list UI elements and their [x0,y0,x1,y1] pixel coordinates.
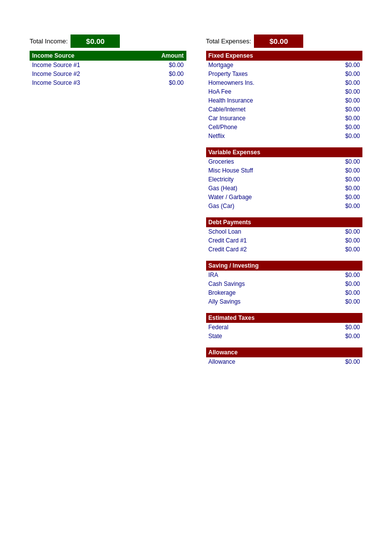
expense-section-header: Fixed Expenses [206,51,363,61]
expense-row-amount: $0.00 [318,184,362,193]
expense-row-amount: $0.00 [319,123,362,132]
income-total-value: $0.00 [71,35,120,48]
expense-row-amount: $0.00 [319,61,362,69]
expense-row: Credit Card #2 $0.00 [206,245,363,254]
expense-row-label: Allowance [206,357,303,366]
income-row: Income Source #2 $0.00 [30,69,186,78]
expense-row: HoA Fee $0.00 [206,87,363,96]
expense-row-label: Electricity [206,175,318,184]
expense-row-amount: $0.00 [319,78,362,87]
expense-row: Allowance $0.00 [206,357,363,366]
expense-section-header: Variable Expenses [206,147,363,157]
expense-row-amount: $0.00 [318,157,362,166]
expense-row-amount: $0.00 [312,288,362,297]
expense-row: IRA $0.00 [206,271,363,279]
expenses-sections: Fixed Expenses Mortgage $0.00 Property T… [206,51,363,366]
income-row-label: Income Source #2 [30,69,133,78]
expense-row: Brokerage $0.00 [206,288,363,297]
expense-row-amount: $0.00 [319,96,362,105]
expense-row-amount: $0.00 [319,105,362,114]
income-rows: Income Source #1 $0.00 Income Source #2 … [30,61,186,87]
expense-row: Federal $0.00 [206,323,363,332]
expense-row: Electricity $0.00 [206,175,363,184]
expenses-panel: Total Expenses: $0.00 Fixed Expenses Mor… [206,35,363,373]
expense-row: Credit Card #1 $0.00 [206,236,363,245]
expense-row-label: Misc House Stuff [206,166,318,175]
expense-row: School Loan $0.00 [206,227,363,236]
expense-row-amount: $0.00 [319,69,362,78]
income-col-source: Income Source [30,51,133,61]
expenses-total-row: Total Expenses: $0.00 [206,35,363,48]
expense-row-label: Cash Savings [206,279,312,288]
expense-row-label: Property Taxes [206,69,319,78]
income-col-amount: Amount [133,51,186,61]
expense-section-table: Mortgage $0.00 Property Taxes $0.00 Home… [206,61,363,140]
expense-section-table: Federal $0.00 State $0.00 [206,323,363,341]
expense-row: Car Insurance $0.00 [206,114,363,123]
income-row-amount: $0.00 [133,78,186,87]
income-table: Income Source Amount Income Source #1 $0… [30,51,186,87]
expense-row-label: School Loan [206,227,314,236]
income-row: Income Source #1 $0.00 [30,61,186,69]
expense-row-amount: $0.00 [318,175,362,184]
expense-row-label: IRA [206,271,312,279]
expense-row: Homeowners Ins. $0.00 [206,78,363,87]
expense-row: Gas (Heat) $0.00 [206,184,363,193]
expense-row: Health Insurance $0.00 [206,96,363,105]
expense-row-label: Brokerage [206,288,312,297]
income-row-label: Income Source #3 [30,78,133,87]
expense-row-label: Mortgage [206,61,319,69]
expense-row-label: Car Insurance [206,114,319,123]
expense-row-label: Cable/Internet [206,105,319,114]
expense-row-amount: $0.00 [319,132,362,140]
expense-section-table: Allowance $0.00 [206,357,363,366]
expense-row: State $0.00 [206,332,363,341]
expense-row: Mortgage $0.00 [206,61,363,69]
expense-section-table: School Loan $0.00 Credit Card #1 $0.00 C… [206,227,363,254]
expense-row-label: Credit Card #2 [206,245,314,254]
expense-row-label: Netflix [206,132,319,140]
expense-row: Misc House Stuff $0.00 [206,166,363,175]
expense-row-amount: $0.00 [318,193,362,202]
expense-row-amount: $0.00 [293,323,362,332]
expense-row-label: State [206,332,293,341]
expense-row-label: HoA Fee [206,87,319,96]
expenses-total-label: Total Expenses: [206,37,251,45]
income-total-label: Total Income: [30,37,68,45]
expense-row-amount: $0.00 [303,357,362,366]
income-row-amount: $0.00 [133,61,186,69]
income-row: Income Source #3 $0.00 [30,78,186,87]
expense-section-header: Saving / Investing [206,261,363,271]
expense-section-header: Allowance [206,347,363,357]
expense-section-table: Groceries $0.00 Misc House Stuff $0.00 E… [206,157,363,210]
expense-row: Property Taxes $0.00 [206,69,363,78]
expense-row-amount: $0.00 [312,279,362,288]
expense-row-label: Cell/Phone [206,123,319,132]
expense-row-amount: $0.00 [319,87,362,96]
expense-row-amount: $0.00 [312,297,362,306]
page-layout: Total Income: $0.00 Income Source Amount… [0,0,392,408]
expense-row-amount: $0.00 [312,271,362,279]
expense-row-label: Federal [206,323,293,332]
expense-row-amount: $0.00 [318,166,362,175]
expense-row: Ally Savings $0.00 [206,297,363,306]
expense-row: Cash Savings $0.00 [206,279,363,288]
expense-row-label: Ally Savings [206,297,312,306]
income-panel: Total Income: $0.00 Income Source Amount… [30,35,186,373]
expense-row-amount: $0.00 [314,227,362,236]
expense-section-table: IRA $0.00 Cash Savings $0.00 Brokerage $… [206,271,363,306]
expense-row-label: Groceries [206,157,318,166]
expense-row-label: Gas (Car) [206,202,318,210]
expense-row-label: Health Insurance [206,96,319,105]
expense-row-amount: $0.00 [314,245,362,254]
expenses-total-value: $0.00 [254,35,303,48]
expense-row: Gas (Car) $0.00 [206,202,363,210]
income-table-header: Income Source Amount [30,51,186,61]
expense-row-amount: $0.00 [319,114,362,123]
expense-row: Groceries $0.00 [206,157,363,166]
expense-section-header: Estimated Taxes [206,313,363,323]
expense-row-label: Homeowners Ins. [206,78,319,87]
expense-row-amount: $0.00 [318,202,362,210]
income-row-label: Income Source #1 [30,61,133,69]
expense-row: Cell/Phone $0.00 [206,123,363,132]
